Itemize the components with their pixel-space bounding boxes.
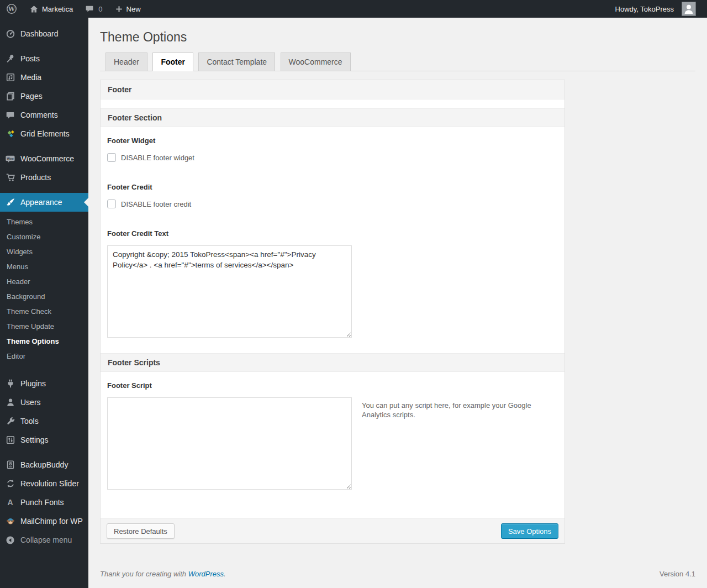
- sidebar-label: Settings: [20, 435, 49, 444]
- howdy-account-menu[interactable]: Howdy, TokoPress: [609, 0, 702, 18]
- sidebar-label: MailChimp for WP: [20, 517, 83, 526]
- sidebar-label: Posts: [20, 54, 40, 63]
- sidebar-item-backupbuddy[interactable]: BackupBuddy: [0, 455, 88, 474]
- appearance-submenu: Themes Customize Widgets Menus Header Ba…: [0, 212, 88, 368]
- site-link[interactable]: Marketica: [23, 0, 79, 18]
- submenu-item-background[interactable]: Background: [0, 289, 88, 304]
- wordpress-link[interactable]: WordPress: [188, 570, 224, 578]
- submenu-item-header[interactable]: Header: [0, 274, 88, 289]
- svg-text:Woo: Woo: [7, 156, 14, 160]
- admin-footer: Thank you for creating with WordPress. V…: [100, 570, 695, 578]
- brush-icon: [5, 197, 15, 208]
- submenu-item-menus[interactable]: Menus: [0, 259, 88, 274]
- sidebar-item-woocommerce[interactable]: Woo WooCommerce: [0, 149, 88, 168]
- letter-a-icon: A: [5, 497, 15, 508]
- disable-footer-widget-checkbox[interactable]: [107, 153, 116, 162]
- sidebar-label: Users: [20, 398, 41, 407]
- sidebar-item-users[interactable]: Users: [0, 393, 88, 412]
- footer-widget-label: Footer Widget: [107, 136, 558, 145]
- footer-script-help-text: You can put any script here, for example…: [362, 401, 533, 419]
- footer-scripts-header: Footer Scripts: [101, 353, 564, 372]
- sidebar-item-posts[interactable]: Posts: [0, 49, 88, 68]
- svg-text:W: W: [8, 6, 15, 12]
- sidebar-label: Dashboard: [20, 29, 59, 38]
- submenu-item-themes[interactable]: Themes: [0, 214, 88, 229]
- main-content: Theme Options Header Footer Contact Temp…: [88, 18, 707, 588]
- site-name: Marketica: [42, 5, 73, 13]
- submenu-item-customize[interactable]: Customize: [0, 229, 88, 244]
- sidebar-item-settings[interactable]: Settings: [0, 431, 88, 449]
- sidebar-label: Revolution Slider: [20, 479, 79, 488]
- plus-icon: [115, 5, 123, 13]
- comment-bubble-icon: [85, 4, 94, 13]
- tab-contact-template[interactable]: Contact Template: [198, 53, 275, 71]
- woocommerce-icon: Woo: [5, 154, 15, 164]
- version-text: Version 4.1: [659, 570, 695, 578]
- disable-footer-widget-label: DISABLE footer widget: [121, 154, 194, 162]
- comments-menu[interactable]: 0: [79, 0, 108, 18]
- sidebar-item-media[interactable]: Media: [0, 68, 88, 87]
- footer-credit-text-label: Footer Credit Text: [107, 229, 558, 238]
- wordpress-admin-screen: W Marketica 0 New Howdy, TokoPress: [0, 0, 707, 588]
- tab-footer[interactable]: Footer: [152, 53, 193, 71]
- sidebar-item-punch-fonts[interactable]: A Punch Fonts: [0, 493, 88, 512]
- plugin-icon: [5, 379, 15, 389]
- restore-defaults-button[interactable]: Restore Defaults: [107, 523, 175, 539]
- footer-script-textarea[interactable]: [107, 397, 352, 490]
- sidebar-label: Tools: [20, 417, 39, 426]
- sliders-icon: [5, 435, 15, 445]
- refresh-arrows-icon: [5, 479, 15, 489]
- disable-footer-credit-checkbox[interactable]: [107, 200, 116, 208]
- avatar: [682, 2, 696, 16]
- footer-section-header: Footer Section: [101, 108, 564, 127]
- save-options-button[interactable]: Save Options: [501, 523, 558, 539]
- wordpress-logo-menu[interactable]: W: [0, 0, 23, 18]
- page-title: Theme Options: [100, 29, 695, 45]
- user-icon: [5, 397, 15, 408]
- sidebar-item-products[interactable]: Products: [0, 168, 88, 187]
- sidebar-item-plugins[interactable]: Plugins: [0, 374, 88, 393]
- sidebar-item-pages[interactable]: Pages: [0, 87, 88, 106]
- sidebar-item-comments[interactable]: Comments: [0, 106, 88, 124]
- sidebar-label: Appearance: [20, 198, 62, 207]
- footer-credit-text-textarea[interactable]: Copyright &copy; 2015 TokoPress<span><a …: [107, 245, 352, 338]
- sidebar-item-dashboard[interactable]: Dashboard: [0, 24, 88, 43]
- panel-title: Footer: [101, 80, 564, 99]
- tab-bar: Header Footer Contact Template WooCommer…: [100, 53, 695, 71]
- footer-section-body: Footer Widget DISABLE footer widget Foot…: [101, 127, 564, 353]
- sidebar-item-appearance[interactable]: Appearance: [0, 193, 88, 212]
- sidebar-item-mailchimp[interactable]: MailChimp for WP: [0, 512, 88, 531]
- sidebar-label: Media: [20, 73, 41, 82]
- sidebar-label: Punch Fonts: [20, 498, 64, 507]
- wrench-icon: [5, 416, 15, 427]
- sidebar-item-grid-elements[interactable]: Grid Elements: [0, 124, 88, 143]
- home-icon: [29, 4, 39, 14]
- footer-script-label: Footer Script: [107, 381, 558, 390]
- sidebar-label: Collapse menu: [20, 536, 72, 544]
- footer-scripts-body: Footer Script You can put any script her…: [101, 372, 564, 518]
- panel-button-bar: Restore Defaults Save Options: [101, 518, 564, 543]
- sidebar-label: Comments: [20, 111, 58, 119]
- backup-drive-icon: [5, 460, 15, 470]
- submenu-item-theme-update[interactable]: Theme Update: [0, 319, 88, 334]
- submenu-item-widgets[interactable]: Widgets: [0, 244, 88, 259]
- new-menu[interactable]: New: [109, 0, 147, 18]
- submenu-item-theme-options[interactable]: Theme Options: [0, 334, 88, 349]
- tab-woocommerce[interactable]: WooCommerce: [281, 53, 351, 71]
- sidebar-item-revolution-slider[interactable]: Revolution Slider: [0, 474, 88, 493]
- submenu-item-editor[interactable]: Editor: [0, 349, 88, 364]
- sidebar-item-collapse-menu[interactable]: Collapse menu: [0, 531, 88, 549]
- sidebar-item-tools[interactable]: Tools: [0, 412, 88, 431]
- collapse-arrow-icon: [5, 535, 15, 545]
- admin-bar: W Marketica 0 New Howdy, TokoPress: [0, 0, 707, 18]
- tab-header[interactable]: Header: [105, 53, 147, 71]
- wordpress-logo-icon: W: [6, 3, 17, 14]
- sidebar-label: Products: [20, 173, 51, 182]
- submenu-item-theme-check[interactable]: Theme Check: [0, 304, 88, 319]
- footer-credit-label: Footer Credit: [107, 183, 558, 191]
- theme-options-panel: Footer Footer Section Footer Widget DISA…: [100, 80, 565, 544]
- sidebar-label: BackupBuddy: [20, 460, 68, 469]
- grid-elements-icon: [5, 129, 15, 139]
- pages-icon: [5, 91, 15, 102]
- mailchimp-monkey-icon: [5, 516, 15, 527]
